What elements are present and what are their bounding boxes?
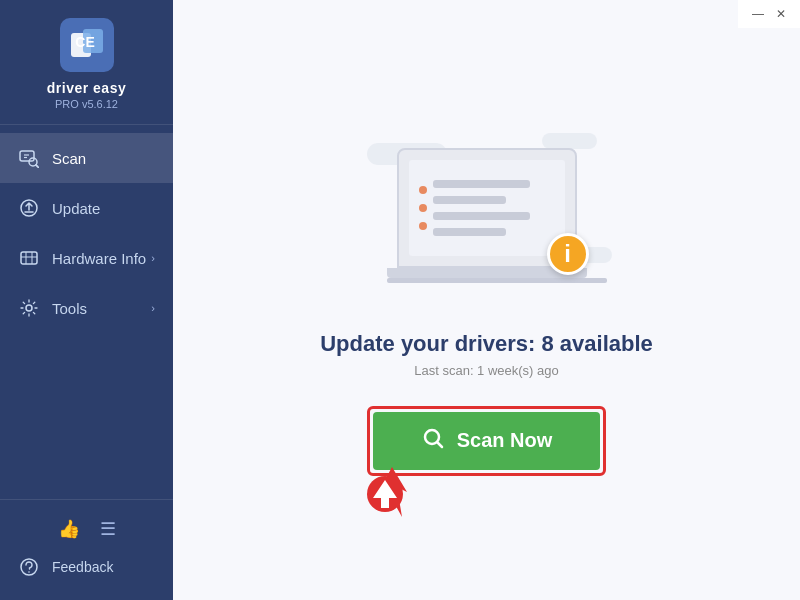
- screen-dot-2: [419, 204, 427, 212]
- screen-dot-3: [419, 222, 427, 230]
- logo-svg: CE: [69, 27, 105, 63]
- screen-line-4: [433, 228, 506, 236]
- tools-icon: [18, 297, 40, 319]
- main-layout: CE driver easy PRO v5.6.12: [0, 0, 800, 600]
- feedback-label: Feedback: [52, 559, 113, 575]
- sidebar-item-update-label: Update: [52, 200, 155, 217]
- svg-rect-10: [21, 252, 37, 264]
- sidebar-item-tools-label: Tools: [52, 300, 151, 317]
- svg-point-14: [26, 305, 32, 311]
- main-content: i Update your drivers: 8 available Last …: [173, 0, 800, 600]
- screen-line-1: [433, 180, 531, 188]
- sidebar-item-tools[interactable]: Tools ›: [0, 283, 173, 333]
- svg-rect-3: [20, 151, 34, 161]
- info-badge: i: [547, 233, 589, 275]
- screen-dots: [419, 186, 427, 230]
- update-icon: [18, 197, 40, 219]
- sidebar-item-hardware-info[interactable]: Hardware Info ›: [0, 233, 173, 283]
- laptop-stand: [387, 278, 607, 283]
- logo-version: PRO v5.6.12: [55, 98, 118, 110]
- screen-dot-1: [419, 186, 427, 194]
- list-icon[interactable]: ☰: [100, 518, 116, 540]
- last-scan-text: Last scan: 1 week(s) ago: [414, 363, 559, 378]
- arrow-svg: [347, 462, 422, 527]
- update-headline: Update your drivers: 8 available: [320, 331, 653, 357]
- scan-icon: [18, 147, 40, 169]
- footer-icons: 👍 ☰: [0, 510, 173, 544]
- cloud-decoration-2: [542, 133, 597, 149]
- close-button[interactable]: ✕: [770, 8, 792, 20]
- svg-point-16: [28, 571, 30, 573]
- svg-line-5: [36, 165, 39, 168]
- titlebar: — ✕: [738, 0, 800, 28]
- screen-line-2: [433, 196, 506, 204]
- scan-now-label: Scan Now: [457, 429, 553, 452]
- nav-items: Scan Update: [0, 125, 173, 499]
- sidebar-item-update[interactable]: Update: [0, 183, 173, 233]
- hero-illustration: i: [357, 113, 617, 303]
- hardware-info-icon: [18, 247, 40, 269]
- logo-icon: CE: [60, 18, 114, 72]
- thumbs-up-icon[interactable]: 👍: [58, 518, 80, 540]
- sidebar-item-scan[interactable]: Scan: [0, 133, 173, 183]
- svg-text:CE: CE: [75, 34, 94, 50]
- logo-area: CE driver easy PRO v5.6.12: [0, 0, 173, 125]
- screen-line-3: [433, 212, 531, 220]
- minimize-button[interactable]: —: [746, 8, 770, 20]
- logo-text: driver easy: [47, 80, 126, 96]
- sidebar-item-scan-label: Scan: [52, 150, 155, 167]
- hardware-info-chevron: ›: [151, 252, 155, 264]
- sidebar-footer: 👍 ☰ Feedback: [0, 499, 173, 600]
- tools-chevron: ›: [151, 302, 155, 314]
- laptop-screen-content: [409, 160, 565, 256]
- app-window: — ✕ CE driver easy PRO v5.6.12: [0, 0, 800, 600]
- sidebar-item-hardware-info-label: Hardware Info: [52, 250, 151, 267]
- feedback-item[interactable]: Feedback: [0, 544, 173, 590]
- scan-button-container: Scan Now: [367, 406, 607, 476]
- search-icon: [421, 426, 445, 456]
- feedback-icon: [18, 556, 40, 578]
- svg-line-18: [437, 442, 442, 447]
- sidebar: CE driver easy PRO v5.6.12: [0, 0, 173, 600]
- arrow-indicator: [347, 462, 422, 531]
